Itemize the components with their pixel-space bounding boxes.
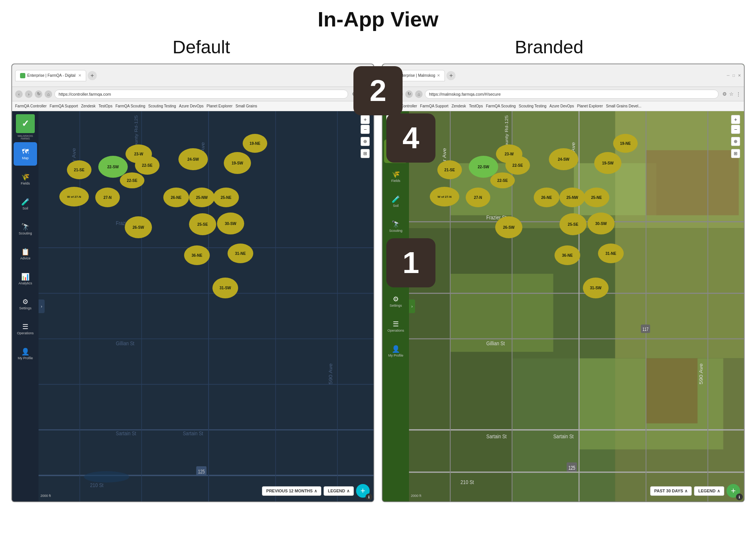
- sidebar-item-operations-b[interactable]: ☰ Operations: [384, 314, 407, 338]
- bookmark-farmqa-scouting-b[interactable]: FarmQA Scouting: [486, 104, 516, 108]
- sidebar-item-fields-b[interactable]: 🌾 Fields: [384, 164, 407, 188]
- bookmark-farmqa-controller[interactable]: FarmQA Controller: [15, 104, 46, 108]
- field-25nw[interactable]: 25-NW: [189, 188, 215, 207]
- bookmark-small-grains-b[interactable]: Small Grains Devel...: [606, 104, 641, 108]
- bookmark-planet-explorer-b[interactable]: Planet Explorer: [577, 104, 603, 108]
- tab-close-btn[interactable]: ✕: [78, 73, 81, 78]
- field-36ne[interactable]: 36-NE: [184, 245, 210, 265]
- field-wof27n[interactable]: W of 27-N: [59, 187, 89, 206]
- field-25se-b[interactable]: 25-SE: [559, 213, 587, 235]
- field-22se-b[interactable]: 22-SE: [505, 156, 530, 175]
- bookmark-azure-devops[interactable]: Azure DevOps: [179, 104, 204, 108]
- home-btn[interactable]: ⌂: [45, 90, 52, 98]
- sidebar-item-advice[interactable]: 📋 Advice: [14, 242, 37, 265]
- field-26ne-b[interactable]: 26-NE: [534, 188, 559, 207]
- legend-btn-branded[interactable]: LEGEND ∧: [694, 486, 724, 496]
- sidebar-item-soil-b[interactable]: 🧪 Soil: [384, 189, 407, 213]
- maximize-btn-branded[interactable]: □: [733, 73, 735, 78]
- sidebar-item-scouting[interactable]: 🔭 Scouting: [14, 217, 37, 241]
- field-21se-b[interactable]: 21-SE: [437, 160, 462, 179]
- field-25nw-b[interactable]: 25-NW: [559, 188, 585, 207]
- field-27n-b[interactable]: 27-N: [466, 188, 490, 207]
- field-31ne[interactable]: 31-NE: [228, 244, 253, 263]
- refresh-btn[interactable]: ↻: [35, 90, 42, 98]
- sidebar-item-soil[interactable]: 🧪 Soil: [14, 192, 37, 216]
- field-22se[interactable]: 22-SE: [135, 156, 160, 175]
- bookmark-scouting-testing[interactable]: Scouting Testing: [148, 104, 176, 108]
- sidebar-item-profile[interactable]: 👤 My Profile: [14, 342, 37, 365]
- field-wof27n-b[interactable]: W of 27-N: [430, 187, 459, 206]
- field-30sw-b[interactable]: 30-SW: [587, 213, 615, 234]
- bookmark-farmqa-scouting[interactable]: FarmQA Scouting: [115, 104, 145, 108]
- field-36ne-b[interactable]: 36-NE: [555, 245, 580, 265]
- sidebar-item-settings[interactable]: ⚙ Settings: [14, 292, 37, 315]
- layers-btn[interactable]: ⊞: [361, 149, 370, 158]
- field-25ne[interactable]: 25-NE: [213, 188, 239, 207]
- browser-icon-2b[interactable]: ☆: [729, 91, 734, 97]
- sidebar-item-scouting-b[interactable]: 🔭 Scouting: [384, 214, 407, 238]
- field-22se2[interactable]: 22-SE: [120, 172, 144, 188]
- field-26ne[interactable]: 26-NE: [163, 188, 189, 207]
- compass-btn[interactable]: ⊕: [361, 137, 370, 146]
- field-19ne-b[interactable]: 19-NE: [613, 134, 638, 153]
- field-19sw[interactable]: 19-SW: [224, 152, 251, 174]
- browser-icon-3b[interactable]: ⋮: [736, 91, 741, 97]
- url-bar-branded[interactable]: https://malmskog.farmqa.com/#/secure: [425, 90, 719, 99]
- zoom-out-btn[interactable]: −: [361, 125, 370, 134]
- new-tab-btn[interactable]: +: [88, 71, 97, 80]
- sidebar-item-fields[interactable]: 🌾 Fields: [14, 167, 37, 191]
- bookmark-zendesk-b[interactable]: Zendesk: [451, 104, 466, 108]
- map-area-branded[interactable]: T... arms ⌄ Search 2021 ☺ ? ›: [409, 111, 744, 501]
- close-window-btn-branded[interactable]: ✕: [738, 73, 741, 78]
- bookmark-farmqa-support-b[interactable]: FarmQA Support: [420, 104, 448, 108]
- zoom-out-btn-b[interactable]: −: [731, 125, 740, 134]
- map-area-default[interactable]: Tublerone Farms ⌄ Search 2022 ☺ ? ›: [39, 111, 373, 501]
- minimize-btn-branded[interactable]: ─: [727, 73, 730, 78]
- bookmark-scouting-testing-b[interactable]: Scouting Testing: [519, 104, 546, 108]
- browser-tab[interactable]: Enterprise | FarmQA - Digital To... ✕: [15, 70, 86, 81]
- period-btn-branded[interactable]: PAST 30 DAYS ∧: [650, 486, 692, 496]
- info-icon-default[interactable]: ℹ: [366, 493, 372, 500]
- field-27n[interactable]: 27-N: [95, 188, 120, 207]
- home-btn-branded[interactable]: ⌂: [415, 90, 423, 98]
- sidebar-toggle-default[interactable]: ›: [39, 299, 45, 313]
- field-19ne[interactable]: 19-NE: [243, 134, 267, 153]
- tab-close-branded[interactable]: ✕: [437, 73, 440, 78]
- zoom-in-btn[interactable]: +: [361, 115, 370, 124]
- field-30sw[interactable]: 30-SW: [217, 213, 244, 234]
- sidebar-item-operations[interactable]: ☰ Operations: [14, 317, 37, 340]
- back-btn[interactable]: ‹: [15, 90, 23, 98]
- field-25ne-b[interactable]: 25-NE: [584, 188, 609, 207]
- browser-icon-1b[interactable]: ⚙: [722, 91, 727, 97]
- field-25se[interactable]: 25-SE: [189, 213, 216, 235]
- field-22se2-b[interactable]: 22-SE: [490, 172, 515, 188]
- layers-btn-b[interactable]: ⊞: [731, 149, 740, 158]
- field-24sw[interactable]: 24-SW: [178, 148, 208, 170]
- field-24sw-b[interactable]: 24-SW: [549, 148, 578, 170]
- sidebar-item-map[interactable]: 🗺 Map: [14, 142, 37, 166]
- bookmark-small-grains[interactable]: Small Grains: [235, 104, 257, 108]
- compass-btn-b[interactable]: ⊕: [731, 137, 740, 146]
- forward-btn[interactable]: ›: [25, 90, 33, 98]
- new-tab-btn-branded[interactable]: +: [446, 71, 455, 80]
- field-31sw-b[interactable]: 31-SW: [583, 278, 609, 298]
- sidebar-item-analytics[interactable]: 📊 Analytics: [14, 267, 37, 290]
- refresh-btn-branded[interactable]: ↻: [405, 90, 413, 98]
- bookmark-farmqa-support[interactable]: FarmQA Support: [50, 104, 78, 108]
- sidebar-item-settings-b[interactable]: ⚙ Settings: [384, 289, 407, 313]
- bookmark-azure-devops-b[interactable]: Azure DevOps: [550, 104, 574, 108]
- bookmark-testops-b[interactable]: TestOps: [469, 104, 483, 108]
- zoom-in-btn-b[interactable]: +: [731, 115, 740, 124]
- legend-btn-default[interactable]: LEGEND ∧: [324, 486, 354, 496]
- field-26sw-b[interactable]: 26-SW: [495, 216, 522, 238]
- field-21se[interactable]: 21-SE: [67, 160, 91, 179]
- bookmark-testops[interactable]: TestOps: [99, 104, 113, 108]
- field-31sw[interactable]: 31-SW: [212, 278, 238, 298]
- info-icon-branded[interactable]: ℹ: [736, 493, 743, 500]
- field-31ne-b[interactable]: 31-NE: [598, 244, 624, 263]
- period-btn-default[interactable]: PREVIOUS 12 MONTHS ∧: [262, 486, 321, 496]
- field-26sw[interactable]: 26-SW: [125, 216, 152, 238]
- bookmark-zendesk[interactable]: Zendesk: [81, 104, 95, 108]
- url-bar-default[interactable]: https://controller.farmqa.com: [54, 90, 348, 99]
- field-19sw-b[interactable]: 19-SW: [594, 152, 621, 174]
